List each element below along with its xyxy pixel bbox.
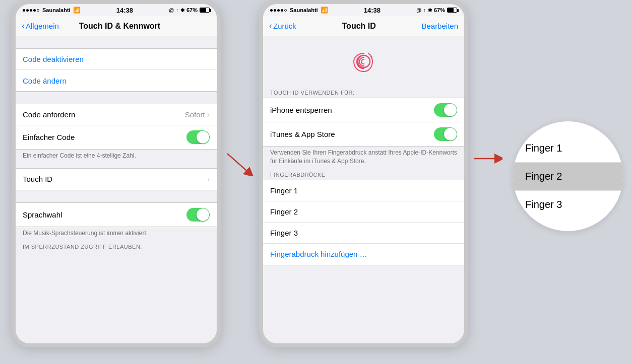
zoom-finger-1-label: Finger 1 xyxy=(525,142,562,154)
iphone-unlock-row[interactable]: iPhone entsperren xyxy=(263,98,464,122)
main-layout: Saunalahti 📶 14:38 @ ↑ ✱ 67% ‹ Allgemein… xyxy=(8,0,623,364)
status-right: @ ↑ ✱ 67% xyxy=(169,7,210,13)
r-sig-2 xyxy=(274,9,276,12)
left-nav-bar: ‹ Allgemein Touch ID & Kennwort xyxy=(16,16,217,36)
wifi-icon: 📶 xyxy=(73,7,81,14)
itunes-toggle[interactable] xyxy=(434,127,457,141)
zoom-finger-3-label: Finger 3 xyxy=(525,199,562,210)
right-wifi-icon: 📶 xyxy=(321,7,328,14)
left-screen-content: Code deaktivieren Code ändern Code anfor… xyxy=(16,36,217,343)
signal-dot-5 xyxy=(37,9,39,12)
gap-2 xyxy=(16,92,217,104)
sprachwahl-row[interactable]: Sprachwahl xyxy=(16,203,217,227)
simple-code-toggle[interactable] xyxy=(186,130,210,144)
gap-4 xyxy=(16,190,217,202)
use-items-group: iPhone entsperren iTunes & App Store xyxy=(263,98,464,147)
battery-icon xyxy=(200,8,210,13)
signal-dot-3 xyxy=(30,9,32,12)
itunes-knob xyxy=(444,128,457,140)
right-phone: Saunalahti 📶 14:38 @ ↑ ✱ 67% ‹ Zurück To… xyxy=(259,0,468,347)
iphone-unlock-toggle[interactable] xyxy=(434,103,457,117)
signal-dot-4 xyxy=(33,9,36,12)
right-screen-content: TOUCH ID VERWENDEN FÜR: iPhone entsperre… xyxy=(263,36,464,343)
signal-dot-2 xyxy=(26,9,29,12)
right-status-bar: Saunalahti 📶 14:38 @ ↑ ✱ 67% xyxy=(263,4,464,16)
add-fingerprint-label: Fingerabdruck hinzufügen … xyxy=(270,250,367,258)
status-left: Saunalahti 📶 xyxy=(23,7,81,14)
itunes-row[interactable]: iTunes & App Store xyxy=(263,122,464,146)
sprachwahl-knob xyxy=(197,208,209,221)
right-nav-bar: ‹ Zurück Touch ID Bearbeiten xyxy=(263,16,464,36)
r-sig-1 xyxy=(270,9,273,12)
arrow-down-right-connector xyxy=(225,151,255,176)
arrow-right-svg xyxy=(472,151,502,166)
arrow-icon: ↑ xyxy=(176,8,178,13)
location-icon: @ xyxy=(169,8,174,13)
code-change-label: Code ändern xyxy=(23,77,67,85)
simple-code-label: Einfacher Code xyxy=(23,133,75,141)
fingerprint-icon xyxy=(349,46,379,77)
zoom-finger-3[interactable]: Finger 3 xyxy=(513,191,623,219)
r-sig-3 xyxy=(277,9,280,12)
left-nav-title: Touch ID & Kennwort xyxy=(79,22,160,31)
code-require-label: Code anfordern xyxy=(23,110,75,119)
left-nav-back[interactable]: ‹ Allgemein xyxy=(22,21,59,31)
time-label: 14:38 xyxy=(116,7,133,14)
touch-id-row[interactable]: Touch ID › xyxy=(16,169,217,190)
add-fingerprint-row[interactable]: Fingerabdruck hinzufügen … xyxy=(263,244,464,265)
signal-dots xyxy=(23,9,39,12)
r-sig-5 xyxy=(284,9,287,12)
code-require-chevron: › xyxy=(207,110,210,119)
code-links-group: Code deaktivieren Code ändern xyxy=(16,48,217,92)
code-require-value: Sofort › xyxy=(185,110,210,119)
zoom-finger-2-label: Finger 2 xyxy=(525,171,562,182)
code-require-row[interactable]: Code anfordern Sofort › xyxy=(16,104,217,125)
finger-1-row[interactable]: Finger 1 xyxy=(263,180,464,201)
itunes-helper: Verwenden Sie Ihren Fingerabdruck anstat… xyxy=(263,147,464,169)
right-nav-back[interactable]: ‹ Zurück xyxy=(269,21,296,31)
code-settings-group: Code anfordern Sofort › Einfacher Code xyxy=(16,104,217,150)
finger-1-label: Finger 1 xyxy=(270,186,298,195)
signal-dot-1 xyxy=(23,9,25,12)
simple-code-helper: Ein einfacher Code ist eine 4-stellige Z… xyxy=(16,150,217,163)
simple-code-row[interactable]: Einfacher Code xyxy=(16,125,217,149)
gap-3 xyxy=(16,163,217,168)
sprachwahl-label: Sprachwahl xyxy=(23,210,62,219)
finger-3-row[interactable]: Finger 3 xyxy=(263,223,464,244)
right-back-chevron: ‹ xyxy=(269,21,272,31)
fingerprints-group: Finger 1 Finger 2 Finger 3 Fingerabdruck… xyxy=(263,180,464,265)
left-status-bar: Saunalahti 📶 14:38 @ ↑ ✱ 67% xyxy=(16,4,217,16)
right-carrier: Saunalahti xyxy=(290,7,318,13)
code-deactivate-label: Code deaktivieren xyxy=(23,55,84,63)
bluetooth-icon: ✱ xyxy=(180,8,184,13)
code-require-text: Sofort xyxy=(185,110,205,119)
code-deactivate-row[interactable]: Code deaktivieren xyxy=(16,49,217,70)
right-status-right: @ ↑ ✱ 67% xyxy=(416,7,457,13)
right-signal-dots xyxy=(270,9,287,12)
touch-id-group: Touch ID › xyxy=(16,168,217,190)
touch-id-label: Touch ID xyxy=(23,175,52,183)
zoom-finger-1[interactable]: Finger 1 xyxy=(513,134,623,163)
finger-2-row[interactable]: Finger 2 xyxy=(263,201,464,223)
back-chevron-icon: ‹ xyxy=(22,21,25,31)
sprachwahl-toggle[interactable] xyxy=(186,208,210,222)
sprachwahl-helper: Die Musik-Sprachsteuerung ist immer akti… xyxy=(16,227,217,241)
code-change-row[interactable]: Code ändern xyxy=(16,70,217,91)
right-back-label: Zurück xyxy=(273,22,296,30)
right-nav-action[interactable]: Bearbeiten xyxy=(421,22,458,30)
zoom-circle: Finger 1 Finger 2 Finger 3 xyxy=(513,121,623,232)
iphone-unlock-label: iPhone entsperren xyxy=(270,106,332,114)
fingerprints-section-label: FINGERABDRÜCKE xyxy=(263,169,464,180)
zoom-finger-2[interactable]: Finger 2 xyxy=(513,163,623,191)
carrier-label: Saunalahti xyxy=(42,7,71,13)
right-time: 14:38 xyxy=(364,7,381,14)
iphone-unlock-knob xyxy=(444,104,457,116)
simple-code-knob xyxy=(197,131,209,143)
right-status-left: Saunalahti 📶 xyxy=(270,7,328,14)
touch-id-chevron: › xyxy=(207,175,210,184)
finger-3-label: Finger 3 xyxy=(270,229,298,237)
gap-1 xyxy=(16,36,217,48)
right-battery-pct: 67% xyxy=(434,7,445,13)
r-sig-4 xyxy=(281,9,283,12)
finger-2-label: Finger 2 xyxy=(270,207,298,216)
